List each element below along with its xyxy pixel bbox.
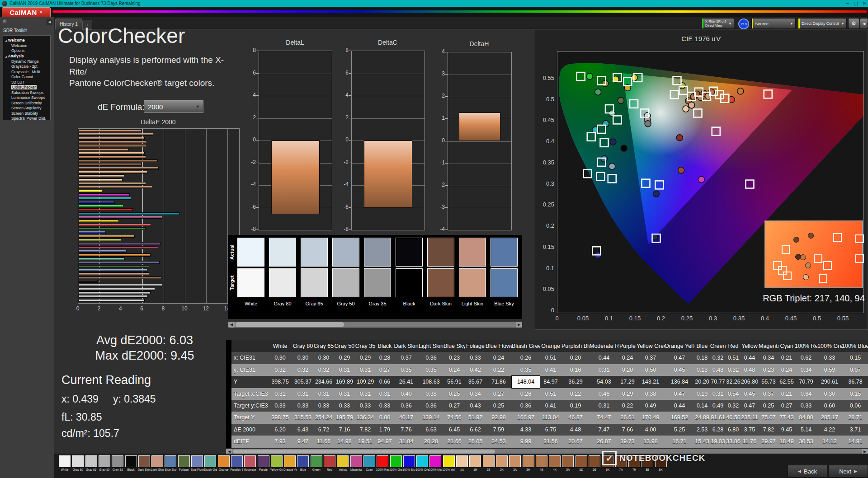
table-cell[interactable]: 0.29	[334, 352, 355, 364]
table-cell[interactable]: 0.59	[817, 364, 842, 376]
table-cell[interactable]: 0.62	[795, 352, 817, 364]
table-cell[interactable]: 0.19	[561, 400, 590, 412]
table-cell[interactable]: 169.89	[334, 376, 355, 388]
patch-chip-light-skin[interactable]	[151, 455, 163, 467]
table-cell[interactable]: 2.53	[694, 424, 710, 436]
table-cell[interactable]: 0.21	[778, 388, 795, 400]
table-cell[interactable]: 19.51	[355, 436, 376, 447]
table-cell[interactable]: 39.73	[618, 436, 637, 447]
patch-chip-blue-flower[interactable]	[191, 455, 203, 467]
table-cell[interactable]: 30.53	[795, 436, 817, 447]
table-cell[interactable]: 305.37	[292, 376, 313, 388]
patch-chip-purple[interactable]	[258, 455, 269, 467]
table-cell[interactable]: 4.22	[817, 424, 842, 436]
table-cell[interactable]: 32.26	[726, 376, 741, 388]
table-cell[interactable]: 0.31	[376, 388, 394, 400]
table-cell[interactable]: 0.51	[540, 388, 561, 400]
table-cell[interactable]: 16.71	[665, 436, 694, 447]
table-cell[interactable]: 91.61	[710, 412, 726, 423]
table-cell[interactable]: 70.79	[795, 376, 817, 388]
table-cell[interactable]: 0.44	[741, 352, 759, 364]
table-cell[interactable]: 0.34	[795, 364, 817, 376]
table-cell[interactable]: 6.75	[540, 424, 561, 436]
patch-chip-100-cyan[interactable]	[416, 455, 428, 467]
patch-chip-blue-sky[interactable]	[165, 455, 176, 467]
patch-chip-100-magenta[interactable]	[429, 455, 441, 467]
table-cell[interactable]: 0.27	[486, 388, 512, 400]
patch-chip-2k[interactable]	[496, 455, 508, 467]
table-cell[interactable]: 398.75	[268, 376, 292, 388]
table-cell[interactable]: 4.33	[512, 424, 540, 436]
table-cell[interactable]: 7.59	[486, 424, 512, 436]
sidebar-item-options[interactable]: Options	[5, 48, 50, 53]
table-cell[interactable]: 0.33	[268, 400, 292, 412]
de-formula-select[interactable]: 2000 ▼	[144, 100, 203, 113]
table-cell[interactable]: 0.31	[334, 364, 355, 376]
sidebar-item-grayscale-2pt[interactable]: Grayscale - 2pt	[5, 64, 50, 69]
table-cell[interactable]: 70.77	[710, 376, 726, 388]
table-cell[interactable]: 285.17	[817, 412, 842, 423]
sidebar-item-colorchecker[interactable]: ColorChecker	[5, 85, 50, 89]
table-cell[interactable]: 0.24	[618, 352, 637, 364]
table-cell[interactable]: 0.54	[726, 388, 741, 400]
table-cell[interactable]: 20.67	[561, 436, 590, 447]
table-cell[interactable]: 4.48	[561, 424, 590, 436]
table-cell[interactable]: 0.23	[759, 364, 778, 376]
settings-button[interactable]: ⚙	[848, 18, 859, 29]
table-cell[interactable]: 170.49	[637, 412, 665, 423]
table-cell[interactable]: 0.38	[637, 388, 665, 400]
table-cell[interactable]: 40.17	[394, 412, 419, 423]
table-cell[interactable]: 0.15	[842, 352, 868, 364]
tree-group-analysis[interactable]: ◢Analysis	[5, 54, 50, 58]
sidebar-item-dynamic-range[interactable]: Dynamic Range	[5, 59, 50, 64]
table-cell[interactable]: 0.31	[710, 388, 726, 400]
scroll-left-icon[interactable]: ◀	[228, 322, 235, 328]
table-cell[interactable]: 195.79	[334, 412, 355, 423]
patch-chip-orange[interactable]	[218, 455, 230, 467]
patch-chip-5a[interactable]	[562, 455, 574, 467]
table-cell[interactable]: 0.28	[376, 352, 394, 364]
table-cell[interactable]: 74.56	[443, 412, 465, 423]
table-cell[interactable]: 46.50	[726, 412, 741, 423]
patch-chip-red[interactable]	[324, 455, 335, 467]
table-cell[interactable]: 7.82	[355, 424, 376, 436]
table-cell[interactable]: 3.75	[741, 424, 759, 436]
table-cell[interactable]: 19.03	[710, 436, 726, 447]
patch-chip-6b[interactable]	[589, 455, 600, 467]
patch-chip-100-yellow[interactable]	[443, 455, 455, 467]
patch-chip-blue[interactable]	[297, 455, 309, 467]
table-cell[interactable]: 0.66	[376, 376, 394, 388]
table-cell[interactable]: 0.19	[694, 388, 710, 400]
table-cell[interactable]: 0.45	[665, 364, 694, 376]
table-cell[interactable]: 136.34	[355, 412, 376, 423]
table-cell[interactable]: 0.36	[394, 400, 419, 412]
table-cell[interactable]: 0.35	[512, 364, 540, 376]
table-cell[interactable]: 0.32	[268, 364, 292, 376]
table-cell[interactable]: 55.73	[759, 376, 778, 388]
table-cell[interactable]: 0.06	[842, 400, 868, 412]
table-cell[interactable]: 148.04	[512, 376, 540, 388]
table-cell[interactable]: 14.91	[842, 436, 868, 447]
table-cell[interactable]: 0.27	[778, 400, 795, 412]
table-cell[interactable]: 0.37	[637, 352, 665, 364]
table-cell[interactable]: 0.34	[759, 352, 778, 364]
table-cell[interactable]: 0.15	[842, 388, 868, 400]
table-cell[interactable]: 0.16	[561, 364, 590, 376]
table-cell[interactable]: 0.38	[419, 388, 443, 400]
table-cell[interactable]: 315.53	[292, 412, 313, 423]
patch-chip-moderate-red[interactable]	[244, 455, 256, 467]
table-cell[interactable]: 109.29	[355, 376, 376, 388]
table-cell[interactable]: 33.86	[726, 436, 741, 447]
maximize-icon[interactable]: ▢	[854, 0, 858, 7]
table-cell[interactable]: 0.30	[817, 388, 842, 400]
table-cell[interactable]: 54.03	[590, 376, 618, 388]
table-cell[interactable]: 0.34	[465, 388, 486, 400]
table-cell[interactable]: 0.32	[726, 364, 741, 376]
patch-chip-5d[interactable]	[576, 455, 587, 467]
table-cell[interactable]: 6.62	[465, 424, 486, 436]
table-cell[interactable]: 0.24	[443, 364, 465, 376]
patch-chip-bluish-green[interactable]	[204, 455, 216, 467]
table-cell[interactable]: 62.55	[778, 376, 795, 388]
table-cell[interactable]: 24.89	[694, 412, 710, 423]
table-cell[interactable]: 169.52	[665, 412, 694, 423]
